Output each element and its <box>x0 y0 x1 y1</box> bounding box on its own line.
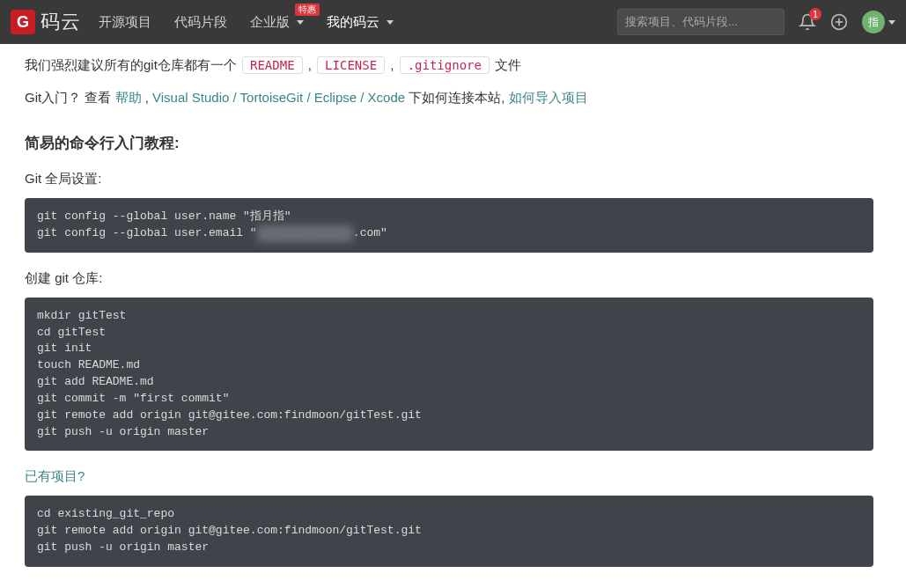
suggestion-suffix: 文件 <box>495 57 521 72</box>
nav-links: 开源项目 代码片段 企业版 特惠 我的码云 <box>99 14 394 31</box>
code-line-prefix: git config --global user.email " <box>37 226 257 239</box>
separator: , <box>308 57 315 72</box>
code-line: git config --global user.name "指月指" <box>37 209 291 223</box>
code-block-existing[interactable]: cd existing_git_repo git remote add orig… <box>25 496 873 567</box>
avatar[interactable]: 指 <box>862 11 895 33</box>
logo[interactable]: G 码云 <box>11 9 81 35</box>
topbar-right: 搜索项目、代码片段... 1 指 <box>617 9 895 35</box>
nav-snippets[interactable]: 代码片段 <box>174 14 227 31</box>
clients-link[interactable]: Visual Studio / TortoiseGit / Eclipse / … <box>152 90 405 105</box>
top-navbar: G 码云 开源项目 代码片段 企业版 特惠 我的码云 搜索项目、代码片段... … <box>0 0 906 44</box>
footer-actions: 删除此项目 <box>25 584 873 588</box>
separator: , <box>390 57 397 72</box>
help-line: Git入门？ 查看 帮助 , Visual Studio / TortoiseG… <box>25 90 873 107</box>
avatar-circle: 指 <box>862 11 885 33</box>
create-icon[interactable] <box>830 13 848 31</box>
nav-enterprise[interactable]: 企业版 特惠 <box>250 14 304 31</box>
help-middle: 下如何连接本站, <box>409 90 508 105</box>
logo-text: 码云 <box>41 9 81 35</box>
help-link[interactable]: 帮助 <box>115 90 142 105</box>
main-content: 我们强烈建议所有的git仓库都有一个 README , LICENSE , .g… <box>0 44 898 588</box>
search-placeholder: 搜索项目、代码片段... <box>625 14 738 30</box>
tutorial-heading: 简易的命令行入门教程: <box>25 133 873 153</box>
global-settings-title: Git 全局设置: <box>25 171 873 187</box>
code-block-create[interactable]: mkdir gitTest cd gitTest git init touch … <box>25 298 873 452</box>
tag-license: LICENSE <box>317 56 385 74</box>
promo-badge: 特惠 <box>295 4 320 16</box>
suggestion-line: 我们强烈建议所有的git仓库都有一个 README , LICENSE , .g… <box>25 56 873 74</box>
redacted-email: xxxxxxxxxxxxxx <box>257 225 353 242</box>
notifications-icon[interactable]: 1 <box>799 13 816 31</box>
nav-enterprise-label: 企业版 <box>250 14 290 29</box>
code-block-global[interactable]: git config --global user.name "指月指" git … <box>25 198 873 253</box>
nav-my-label: 我的码云 <box>327 14 379 29</box>
code-line-suffix: .com" <box>353 226 387 239</box>
notification-badge: 1 <box>809 8 821 20</box>
logo-icon: G <box>11 10 35 34</box>
chevron-down-icon <box>888 20 895 25</box>
search-input[interactable]: 搜索项目、代码片段... <box>617 9 784 35</box>
nav-my[interactable]: 我的码云 <box>327 14 394 31</box>
suggestion-prefix: 我们强烈建议所有的git仓库都有一个 <box>25 57 240 72</box>
tag-readme: README <box>242 56 303 74</box>
create-repo-title: 创建 git 仓库: <box>25 270 873 287</box>
help-question: Git入门？ 查看 <box>25 90 115 105</box>
nav-open-source[interactable]: 开源项目 <box>99 14 151 31</box>
chevron-down-icon <box>297 20 304 25</box>
existing-project-title[interactable]: 已有项目? <box>25 468 873 485</box>
import-link[interactable]: 如何导入项目 <box>509 90 588 105</box>
tag-gitignore: .gitignore <box>400 56 490 74</box>
chevron-down-icon <box>387 20 394 25</box>
separator: , <box>145 90 152 105</box>
